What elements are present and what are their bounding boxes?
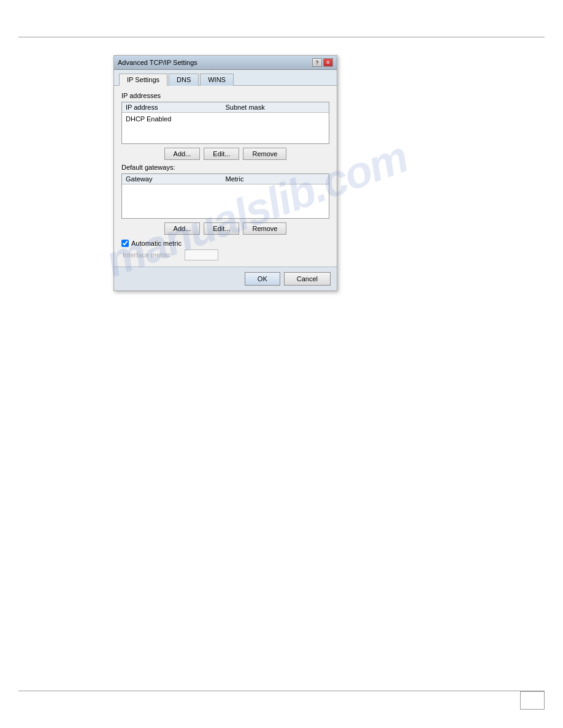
tab-dns[interactable]: DNS <box>169 74 199 86</box>
gateway-remove-button[interactable]: Remove <box>243 222 286 235</box>
ip-list-body: DHCP Enabled <box>122 113 329 143</box>
cancel-button[interactable]: Cancel <box>284 272 331 286</box>
help-button[interactable]: ? <box>312 58 322 67</box>
dialog-footer: OK Cancel <box>114 267 337 290</box>
automatic-metric-checkbox[interactable] <box>121 240 129 247</box>
ip-addresses-listbox: IP address Subnet mask DHCP Enabled <box>121 102 329 144</box>
interface-metric-input[interactable] <box>185 249 218 260</box>
gateway-label: Default gateways: <box>121 164 329 171</box>
automatic-metric-row: Automatic metric <box>121 240 329 247</box>
metric-col-header: Metric <box>226 175 326 183</box>
dialog-controls: ? ✕ <box>312 58 333 67</box>
ok-button[interactable]: OK <box>245 272 280 286</box>
gateway-listbox: Gateway Metric <box>121 173 329 219</box>
tab-wins[interactable]: WINS <box>200 74 234 86</box>
gateway-list-body <box>122 184 329 218</box>
gateway-section-divider: Default gateways: Gateway Metric <box>121 164 329 219</box>
ip-edit-button[interactable]: Edit... <box>204 148 239 160</box>
ip-address-col-header: IP address <box>126 104 226 111</box>
dhcp-enabled-row: DHCP Enabled <box>126 115 325 123</box>
page-number-box <box>520 691 545 710</box>
close-button[interactable]: ✕ <box>323 58 333 67</box>
gateway-list-header: Gateway Metric <box>122 174 329 184</box>
gateway-edit-button[interactable]: Edit... <box>204 222 239 235</box>
dialog-title: Advanced TCP/IP Settings <box>118 59 197 66</box>
ip-list-header: IP address Subnet mask <box>122 102 329 113</box>
ip-addresses-label: IP addresses <box>121 92 329 99</box>
page-bottom-rule <box>18 691 545 691</box>
page-top-rule <box>18 37 545 37</box>
dialog-titlebar: Advanced TCP/IP Settings ? ✕ <box>114 56 337 70</box>
interface-metric-row: Interface metric: <box>123 249 329 260</box>
dialog-window: Advanced TCP/IP Settings ? ✕ IP Settings… <box>113 55 337 291</box>
gateway-col-header: Gateway <box>126 175 226 183</box>
subnet-mask-col-header: Subnet mask <box>226 104 326 111</box>
ip-add-button[interactable]: Add... <box>164 148 201 160</box>
tab-ip-settings[interactable]: IP Settings <box>119 74 167 86</box>
interface-metric-label: Interface metric: <box>123 251 181 259</box>
ip-button-row: Add... Edit... Remove <box>121 148 329 160</box>
ip-remove-button[interactable]: Remove <box>243 148 286 160</box>
automatic-metric-label: Automatic metric <box>131 240 182 247</box>
gateway-add-button[interactable]: Add... <box>164 222 201 235</box>
tab-bar: IP Settings DNS WINS <box>114 70 337 86</box>
dialog-inner-content: IP addresses IP address Subnet mask DHCP… <box>114 86 337 267</box>
gateway-button-row: Add... Edit... Remove <box>121 222 329 235</box>
